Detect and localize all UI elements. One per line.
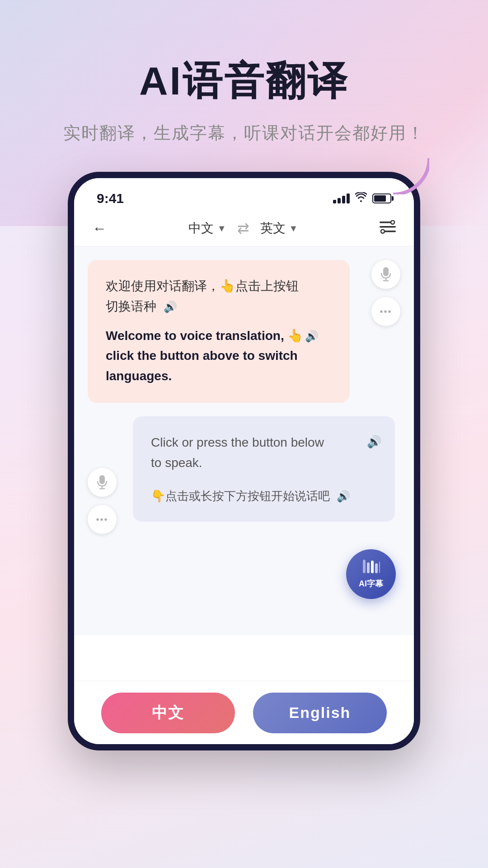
more-button-left[interactable]: ••• [88, 505, 117, 534]
mic-button-right[interactable] [371, 260, 400, 289]
svg-rect-8 [99, 475, 105, 484]
svg-rect-5 [383, 267, 389, 276]
swap-button[interactable]: ⇄ [237, 220, 249, 237]
svg-rect-11 [363, 560, 366, 573]
bubble-cn-text: 欢迎使用对话翻译，👆点击上按钮切换语种 🔊 [106, 276, 332, 317]
source-lang-selector[interactable]: 中文 ▼ [188, 220, 226, 237]
status-icons [333, 192, 391, 205]
status-time: 9:41 [97, 191, 124, 206]
svg-rect-15 [379, 561, 380, 573]
signal-bars-icon [333, 193, 350, 203]
source-lang-label: 中文 [188, 220, 214, 237]
svg-rect-1 [380, 226, 396, 228]
app-toolbar: ← 中文 ▼ ⇄ 英文 ▼ [74, 211, 414, 246]
ai-subtitle-icon [362, 560, 380, 576]
ai-subtitle-label: AI字幕 [359, 578, 383, 589]
svg-point-4 [381, 229, 385, 233]
phone-wrapper: 9:41 [68, 172, 420, 750]
bubble-red: 欢迎使用对话翻译，👆点击上按钮切换语种 🔊 Welcome to voice t… [88, 260, 350, 403]
more-button-right[interactable]: ••• [371, 297, 400, 326]
bubble-blue-cn: 👇点击或长按下方按钮开始说话吧 🔊 [151, 487, 377, 506]
svg-rect-2 [384, 231, 396, 232]
target-lang-label: 英文 [260, 220, 286, 237]
side-buttons-left: ••• [88, 468, 117, 534]
back-button[interactable]: ← [92, 220, 107, 237]
svg-rect-14 [375, 563, 378, 573]
side-buttons-right: ••• [371, 260, 400, 326]
main-title: AI语音翻译 [0, 54, 488, 108]
target-lang-arrow: ▼ [289, 223, 298, 234]
header-section: AI语音翻译 实时翻译，生成字幕，听课对话开会都好用！ [0, 0, 488, 172]
bubble-en-text: Welcome to voice translation, 👆🔊 click t… [106, 326, 332, 387]
bubble-blue-en: Click or press the button belowto speak.… [151, 433, 377, 473]
ai-subtitle-button[interactable]: AI字幕 [346, 549, 396, 599]
svg-rect-13 [371, 561, 374, 573]
wifi-icon [355, 192, 367, 205]
bubble-blue: Click or press the button belowto speak.… [133, 416, 395, 522]
svg-point-3 [391, 220, 394, 224]
battery-icon [372, 193, 391, 203]
sub-title: 实时翻译，生成字幕，听课对话开会都好用！ [0, 122, 488, 145]
settings-button[interactable] [380, 220, 396, 237]
deco-arc [393, 158, 429, 194]
chat-area: 欢迎使用对话翻译，👆点击上按钮切换语种 🔊 Welcome to voice t… [74, 246, 414, 635]
english-speak-button[interactable]: English [253, 693, 387, 733]
source-lang-arrow: ▼ [217, 223, 226, 234]
bottom-buttons: 中文 English [74, 681, 414, 744]
mic-button-left[interactable] [88, 468, 117, 497]
svg-rect-12 [367, 562, 370, 573]
target-lang-selector[interactable]: 英文 ▼ [260, 220, 298, 237]
phone-frame: 9:41 [68, 172, 420, 750]
svg-rect-0 [380, 222, 391, 223]
toolbar-center: 中文 ▼ ⇄ 英文 ▼ [188, 220, 298, 237]
chinese-speak-button[interactable]: 中文 [101, 693, 235, 733]
status-bar: 9:41 [74, 178, 414, 211]
